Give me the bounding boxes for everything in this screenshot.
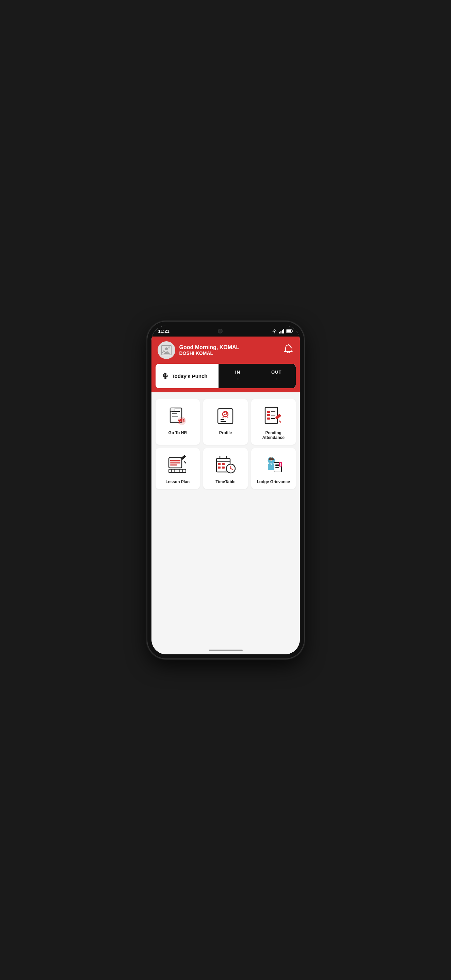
bell-svg (283, 344, 294, 355)
phone-frame: 11:21 (147, 321, 304, 659)
svg-rect-6 (287, 330, 291, 332)
svg-rect-37 (170, 463, 180, 463)
menu-item-timetable[interactable]: TimeTable (203, 448, 248, 489)
bell-icon[interactable] (283, 344, 294, 357)
pending-attendance-label: Pending Attendance (255, 430, 292, 440)
signal-icon (279, 329, 285, 334)
go-to-hr-icon (167, 405, 188, 427)
app-header: Good Morning, KOMAL DOSHI KOMAL (151, 337, 300, 364)
content-area: Go To HR (151, 392, 300, 646)
pending-attendance-icon (263, 405, 284, 427)
svg-point-13 (164, 372, 165, 374)
punch-icon (162, 372, 169, 380)
header-text: Good Morning, KOMAL DOSHI KOMAL (179, 344, 240, 356)
menu-item-lesson-plan[interactable]: Lesson Plan (156, 448, 200, 489)
punch-label-text: Today's Punch (172, 373, 208, 379)
svg-rect-3 (283, 329, 284, 334)
punch-section: Today's Punch IN - OUT - (151, 364, 300, 392)
status-icons (271, 329, 293, 334)
svg-rect-5 (292, 331, 293, 331)
svg-rect-36 (170, 460, 180, 461)
go-to-hr-label: Go To HR (169, 430, 187, 435)
svg-rect-2 (282, 330, 283, 334)
status-bar: 11:21 (151, 326, 300, 337)
punch-in[interactable]: IN - (218, 364, 257, 388)
avatar (158, 341, 175, 359)
lesson-plan-label: Lesson Plan (166, 479, 190, 484)
punch-out-value: - (276, 375, 277, 382)
punch-out-label: OUT (271, 369, 282, 375)
svg-point-10 (168, 347, 170, 348)
svg-rect-0 (279, 332, 280, 334)
punch-out[interactable]: OUT - (257, 364, 296, 388)
svg-rect-51 (222, 463, 225, 465)
timetable-icon (214, 454, 236, 476)
svg-rect-1 (280, 331, 282, 334)
menu-item-pending-attendance[interactable]: Pending Attendance (251, 399, 296, 445)
punch-in-label: IN (235, 369, 240, 375)
username-text: DOSHI KOMAL (179, 350, 240, 356)
svg-rect-50 (218, 463, 221, 465)
profile-icon (214, 405, 236, 427)
battery-icon (286, 329, 293, 333)
svg-rect-52 (218, 466, 221, 469)
svg-rect-29 (267, 414, 270, 416)
camera-notch (218, 329, 223, 334)
punch-card: Today's Punch IN - OUT - (156, 364, 296, 388)
lesson-plan-icon (167, 454, 188, 476)
punch-label[interactable]: Today's Punch (156, 364, 218, 388)
svg-rect-28 (267, 411, 270, 413)
grid-menu: Go To HR (156, 399, 296, 489)
avatar-icon (160, 344, 172, 356)
svg-rect-30 (267, 417, 270, 420)
svg-rect-62 (276, 467, 279, 468)
menu-item-lodge-grievance[interactable]: Lodge Grievance (251, 448, 296, 489)
svg-rect-18 (170, 408, 175, 411)
header-left: Good Morning, KOMAL DOSHI KOMAL (158, 341, 240, 359)
home-bar (209, 649, 243, 651)
phone-screen: 11:21 (151, 326, 300, 654)
lodge-grievance-icon (263, 454, 284, 476)
svg-rect-38 (170, 465, 177, 466)
home-indicator (151, 646, 300, 654)
svg-rect-53 (222, 466, 225, 469)
greeting-text: Good Morning, KOMAL (179, 344, 240, 350)
timetable-label: TimeTable (215, 479, 235, 484)
svg-rect-63 (279, 462, 282, 466)
status-time: 11:21 (158, 329, 169, 334)
profile-label: Profile (219, 430, 232, 435)
svg-point-9 (165, 347, 168, 350)
menu-item-go-to-hr[interactable]: Go To HR (156, 399, 200, 445)
punch-in-value: - (237, 375, 239, 382)
lodge-grievance-label: Lodge Grievance (257, 479, 290, 484)
menu-item-profile[interactable]: Profile (203, 399, 248, 445)
punch-times: IN - OUT - (218, 364, 296, 388)
wifi-icon (271, 329, 277, 334)
svg-point-57 (230, 468, 231, 469)
